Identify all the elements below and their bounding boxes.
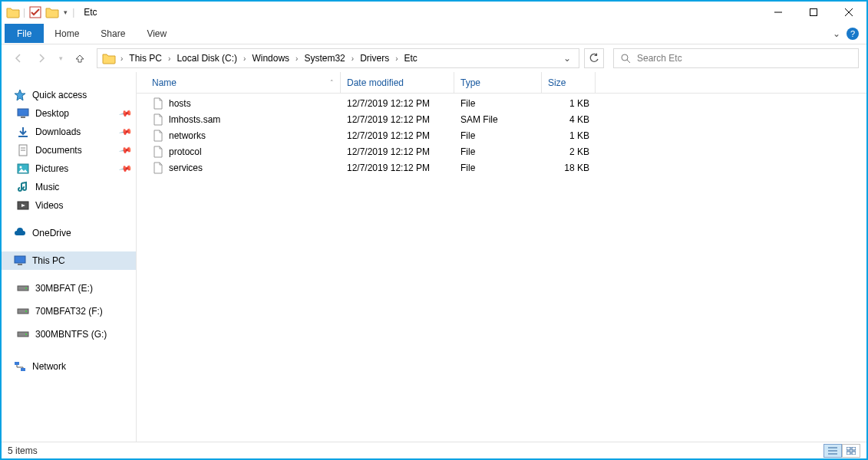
sidebar-this-pc[interactable]: This PC — [2, 251, 136, 270]
file-icon — [152, 146, 164, 158]
file-icon — [152, 97, 164, 110]
navigation-bar: ▾ › This PC › Local Disk (C:) › Windows … — [2, 44, 866, 72]
sidebar-item-music[interactable]: Music — [2, 178, 136, 196]
sidebar-item-videos[interactable]: Videos — [2, 196, 136, 215]
search-box[interactable] — [613, 48, 859, 68]
drive-icon — [17, 282, 29, 294]
chevron-right-icon[interactable]: › — [119, 54, 124, 63]
star-icon — [14, 89, 26, 101]
pin-icon: 📌 — [119, 125, 134, 140]
quick-access-toolbar: | ▾ | — [6, 5, 74, 19]
file-row[interactable]: services12/7/2019 12:12 PMFile18 KB — [137, 159, 866, 176]
sidebar-item-label: Network — [32, 361, 66, 372]
file-date: 12/7/2019 12:12 PM — [341, 146, 454, 157]
window-title: Etc — [84, 7, 97, 18]
qat-dropdown-icon[interactable]: ▾ — [64, 8, 68, 16]
properties-icon[interactable] — [28, 5, 42, 19]
file-name: networks — [169, 130, 206, 141]
sidebar-item-label: Downloads — [35, 127, 81, 137]
help-icon[interactable]: ? — [847, 28, 859, 40]
chevron-right-icon[interactable]: › — [242, 54, 247, 63]
qat-divider: | — [23, 7, 25, 18]
column-name[interactable]: Name˄ — [146, 72, 341, 93]
icons-view-button[interactable] — [842, 444, 860, 458]
sidebar-item-label: Music — [35, 182, 59, 192]
sidebar-drive[interactable]: 30MBFAT (E:) — [2, 279, 136, 297]
folder-icon — [102, 51, 116, 65]
svg-point-14 — [20, 166, 22, 169]
cloud-icon — [14, 227, 26, 239]
file-size: 18 KB — [542, 163, 596, 173]
file-row[interactable]: networks12/7/2019 12:12 PMFile1 KB — [137, 127, 866, 143]
sidebar-network[interactable]: Network — [2, 357, 136, 376]
file-date: 12/7/2019 12:12 PM — [341, 98, 454, 109]
svg-point-23 — [25, 334, 27, 335]
address-bar[interactable]: › This PC › Local Disk (C:) › Windows › … — [97, 48, 579, 68]
sidebar-item-label: This PC — [32, 255, 65, 266]
chevron-right-icon[interactable]: › — [294, 54, 299, 63]
svg-rect-25 — [21, 368, 25, 371]
breadcrumb-item[interactable]: System32 — [301, 53, 348, 64]
recent-dropdown-icon[interactable]: ▾ — [55, 49, 66, 67]
details-view-button[interactable] — [823, 444, 842, 458]
minimize-button[interactable] — [761, 2, 796, 23]
qat-divider: | — [72, 7, 74, 18]
tab-home[interactable]: Home — [44, 24, 90, 43]
file-name: hosts — [169, 98, 191, 109]
search-input[interactable] — [637, 53, 852, 64]
back-button[interactable] — [9, 49, 28, 67]
maximize-button[interactable] — [796, 2, 831, 23]
breadcrumb-item[interactable]: Windows — [249, 53, 292, 64]
svg-point-21 — [25, 310, 27, 312]
forward-button[interactable] — [32, 49, 51, 67]
breadcrumb-item[interactable]: Local Disk (C:) — [173, 53, 240, 64]
chevron-right-icon[interactable]: › — [394, 54, 399, 63]
sidebar-item-desktop[interactable]: Desktop📌 — [2, 104, 136, 123]
file-list-pane: Name˄ Date modified Type Size hosts12/7/… — [137, 72, 866, 442]
breadcrumb-item[interactable]: Drivers — [357, 53, 392, 64]
up-button[interactable] — [71, 49, 89, 67]
chevron-right-icon[interactable]: › — [350, 54, 355, 63]
sidebar-item-documents[interactable]: Documents📌 — [2, 141, 136, 159]
file-size: 2 KB — [542, 146, 596, 157]
column-date[interactable]: Date modified — [341, 72, 454, 93]
svg-rect-7 — [18, 109, 28, 116]
navigation-pane: Quick access Desktop📌Downloads📌Documents… — [2, 72, 137, 442]
sort-indicator-icon: ˄ — [330, 79, 334, 87]
svg-rect-16 — [15, 256, 25, 263]
chevron-right-icon[interactable]: › — [167, 54, 172, 63]
column-type[interactable]: Type — [454, 72, 542, 93]
file-size: 1 KB — [542, 98, 596, 109]
svg-rect-31 — [847, 452, 850, 455]
music-icon — [17, 181, 29, 193]
sidebar-drive[interactable]: 300MBNTFS (G:) — [2, 325, 136, 343]
desktop-icon — [17, 107, 29, 120]
file-row[interactable]: protocol12/7/2019 12:12 PMFile2 KB — [137, 143, 866, 159]
svg-rect-8 — [21, 117, 25, 118]
ribbon-expand-icon[interactable]: ⌄ — [833, 28, 840, 39]
title-bar: | ▾ | Etc — [2, 2, 866, 23]
new-folder-icon[interactable] — [45, 5, 59, 19]
pin-icon: 📌 — [119, 162, 134, 176]
close-button[interactable] — [831, 2, 866, 23]
address-dropdown-icon[interactable]: ⌄ — [559, 53, 576, 64]
file-date: 12/7/2019 12:12 PM — [341, 163, 454, 173]
svg-point-5 — [622, 54, 628, 61]
sidebar-item-downloads[interactable]: Downloads📌 — [2, 123, 136, 141]
sidebar-onedrive[interactable]: OneDrive — [2, 224, 136, 242]
tab-share[interactable]: Share — [90, 24, 136, 43]
sidebar-quick-access[interactable]: Quick access — [2, 86, 136, 104]
file-tab[interactable]: File — [5, 24, 44, 43]
column-size[interactable]: Size — [542, 72, 596, 93]
tab-view[interactable]: View — [136, 24, 177, 43]
breadcrumb-item[interactable]: Etc — [401, 53, 420, 64]
file-row[interactable]: hosts12/7/2019 12:12 PMFile1 KB — [137, 95, 866, 111]
sidebar-item-pictures[interactable]: Pictures📌 — [2, 159, 136, 178]
breadcrumb-item[interactable]: This PC — [126, 53, 165, 64]
file-row[interactable]: lmhosts.sam12/7/2019 12:12 PMSAM File4 K… — [137, 111, 866, 127]
svg-line-6 — [627, 60, 630, 63]
file-type: File — [454, 163, 542, 173]
refresh-button[interactable] — [584, 48, 604, 68]
sidebar-item-label: OneDrive — [32, 228, 71, 238]
sidebar-drive[interactable]: 70MBFAT32 (F:) — [2, 302, 136, 320]
